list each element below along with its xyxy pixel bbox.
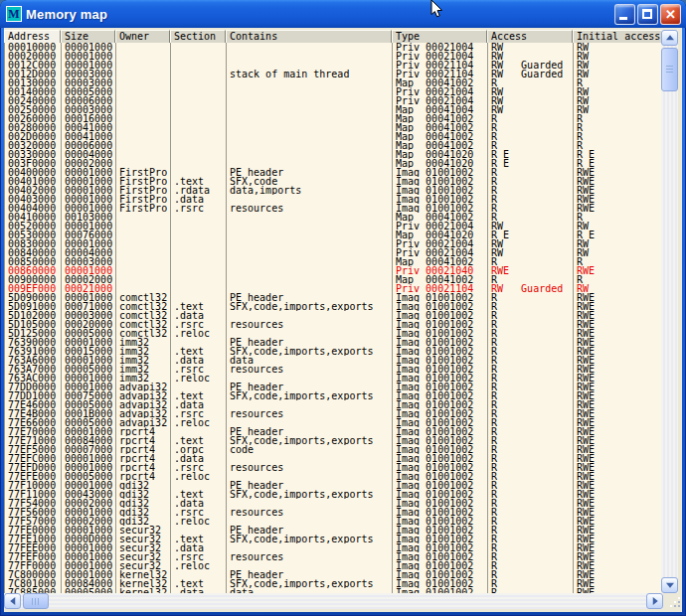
scroll-left-button[interactable] [4,593,21,609]
table-row[interactable]: 0033000000004000Map 00041020R ER E [5,150,662,159]
table-row[interactable]: 0012C00000001000Priv 00021104RW GuardedR… [5,61,662,70]
cell-contains: resources [227,365,393,374]
table-row[interactable]: 5D09100000071000comctl32.textSFX,code,im… [5,302,662,311]
table-row[interactable]: 77FE10000000D000secur32.textSFX,code,imp… [5,535,662,543]
table-row[interactable]: 0040100000001000FirstPro.textSFX,codeIma… [5,177,662,186]
table-row[interactable]: 5D10200000003000comctl32.dataImag 010010… [5,311,662,320]
table-row[interactable]: 0086000000001000Priv 00021040RWERWE [5,266,662,275]
table-row[interactable]: 5D10500000020000comctl32.rsrcresourcesIm… [5,320,662,329]
table-row[interactable]: 0013000000003000Map 00041002RR [5,78,662,87]
cell-type: Imag 01001002 [393,177,488,186]
column-header-address[interactable]: Address [4,30,61,43]
cell-owner [116,78,171,87]
table-row[interactable]: 77E7100000084000rpcrt4.textSFX,code,impo… [5,436,662,445]
table-row[interactable]: 77FF000000001000secur32.relocImag 010010… [5,561,662,570]
cell-address: 77FEE000 [5,543,62,552]
table-row[interactable]: 77F5400000002000gdi32.dataImag 01001002R… [5,499,662,508]
cell-address: 77E4B000 [5,409,62,418]
table-row[interactable]: 77DD000000001000advapi32PE headerImag 01… [5,383,662,391]
column-header-access[interactable]: Access [487,30,573,43]
cell-address: 00400000 [5,168,62,177]
column-header-owner[interactable]: Owner [115,30,170,43]
table-row[interactable]: 77DD100000075000advapi32.textSFX,code,im… [5,391,662,400]
vertical-scrollbar[interactable] [661,30,678,593]
table-row[interactable]: 0032000000006000Map 00041002RR [5,141,662,150]
table-row[interactable]: 77FEF00000001000secur32.rsrcresourcesIma… [5,552,662,561]
table-row[interactable]: 763AC00000001000imm32.relocImag 01001002… [5,374,662,383]
cell-initial: RWE [574,481,662,490]
minimize-button[interactable] [614,4,635,25]
table-row[interactable]: 0084000000004000Priv 00021004RWRW [5,248,662,257]
cell-section [171,168,227,177]
table-row[interactable]: 77F1000000001000gdi32PE headerImag 01001… [5,481,662,490]
table-row[interactable]: 0001000000001000Priv 00021004RWRW [5,43,662,52]
table-row[interactable]: 003F000000002000Map 00041020R ER E [5,159,662,168]
table-row[interactable]: 77EFE00000005000rpcrt4.relocImag 0100100… [5,472,662,481]
table-row[interactable]: 009EF00000021000Priv 00021104RW GuardedR… [5,284,662,293]
table-row[interactable]: 77E4B0000001B000advapi32.rsrcresourcesIm… [5,409,662,418]
table-row[interactable]: 77F5600000001000gdi32.rsrcresourcesImag … [5,508,662,517]
horizontal-scroll-thumb[interactable] [23,593,49,609]
table-row[interactable]: 77FE000000001000secur32PE headerImag 010… [5,526,662,535]
table-row[interactable]: 0024000000006000Priv 00021004RWRW [5,96,662,105]
cell-owner [116,87,171,96]
cell-address: 00900000 [5,275,62,284]
table-row[interactable]: 0040200000001000FirstPro.rdatadata,impor… [5,186,662,195]
cell-initial: R [574,78,662,87]
table-row[interactable]: 77EF500000007000rpcrt4.orpccodeImag 0100… [5,445,662,454]
cell-owner: FirstPro [116,177,171,186]
table-row[interactable]: 77E7000000001000rpcrt4PE headerImag 0100… [5,427,662,436]
table-row[interactable]: 7639000000001000imm32PE headerImag 01001… [5,338,662,347]
table-row[interactable]: 77EFD00000001000rpcrt4.rsrcresourcesImag… [5,463,662,472]
table-row[interactable]: 0040400000001000FirstPro.rsrcresourcesIm… [5,204,662,213]
close-button[interactable]: ✕ [660,4,681,25]
table-row[interactable]: 0012D00000003000stack of main threadPriv… [5,70,662,78]
table-row[interactable]: 0025000000003000Map 00041004RWRW [5,105,662,114]
table-row[interactable]: 0053000000076000Map 00041020R ER E [5,231,662,239]
vertical-scroll-thumb[interactable] [661,48,678,91]
table-row[interactable]: 0014000000005000Priv 00021004RWRW [5,87,662,96]
cell-section [171,61,227,70]
table-row[interactable]: 7C80100000084000kernel32.textSFX,code,im… [5,579,662,588]
table-row[interactable]: 0026000000016000Map 00041002RR [5,114,662,123]
cell-address: 00010000 [5,43,62,52]
cell-owner [116,257,171,266]
table-row[interactable]: 0052000000001000Priv 00021004RWRW [5,222,662,231]
cell-initial: RWE [574,383,662,391]
table-row[interactable]: 77E4600000005000advapi32.dataImag 010010… [5,400,662,409]
scroll-up-button[interactable] [661,30,678,46]
column-header-initial[interactable]: Initial access [573,30,662,43]
table-row[interactable]: 763A700000005000imm32.rsrcresourcesImag … [5,365,662,374]
table-row[interactable]: 0041000000103000Map 00041002RR [5,213,662,222]
table-row[interactable]: 0085000000003000Map 00041002RR [5,257,662,266]
table-row[interactable]: 7C80000000001000kernel32PE headerImag 01… [5,570,662,579]
cell-contains: stack of main thread [227,70,393,78]
table-row[interactable]: 7639100000015000imm32.textSFX,code,impor… [5,347,662,356]
column-header-size[interactable]: Size [61,30,115,43]
table-row[interactable]: 0040300000001000FirstPro.dataImag 010010… [5,195,662,204]
resize-grip-icon[interactable] [678,605,680,607]
table-row[interactable]: 002D000000041000Map 00041002RR [5,132,662,141]
table-row[interactable]: 5D09000000001000comctl32PE headerImag 01… [5,293,662,302]
scroll-down-button[interactable] [661,577,678,593]
table-row[interactable]: 763A600000001000imm32.datadataImag 01001… [5,356,662,365]
table-row[interactable]: 77FEE00000001000secur32.dataImag 0100100… [5,543,662,552]
table-row[interactable]: 0028000000041000Map 00041002RR [5,123,662,132]
table-row[interactable]: 5D12500000005000comctl32.relocImag 01001… [5,329,662,338]
column-header-section[interactable]: Section [170,30,226,43]
table-row[interactable]: 0090000000002000Map 00041002RR [5,275,662,284]
table-row[interactable]: 77E6600000005000advapi32.relocImag 01001… [5,418,662,427]
table-row[interactable]: 77F5700000002000gdi32.relocImag 01001002… [5,517,662,526]
maximize-button[interactable] [637,4,658,25]
column-header-contains[interactable]: Contains [226,30,392,43]
table-row[interactable]: 77F1100000043000gdi32.textSFX,code,impor… [5,490,662,499]
table-row[interactable]: 0083000000001000Priv 00021004RWRW [5,239,662,248]
horizontal-scrollbar[interactable] [4,593,663,609]
table-body[interactable]: 0001000000001000Priv 00021004RWRW0002000… [4,43,662,593]
table-row[interactable]: 77EFC00000001000rpcrt4.dataImag 01001002… [5,454,662,463]
scroll-right-button[interactable] [646,593,663,609]
column-header-type[interactable]: Type [392,30,487,43]
table-row[interactable]: 0002000000001000Priv 00021004RWRW [5,52,662,61]
table-row[interactable]: 0040000000001000FirstProPE headerImag 01… [5,168,662,177]
titlebar[interactable]: M Memory map ✕ [0,0,686,28]
